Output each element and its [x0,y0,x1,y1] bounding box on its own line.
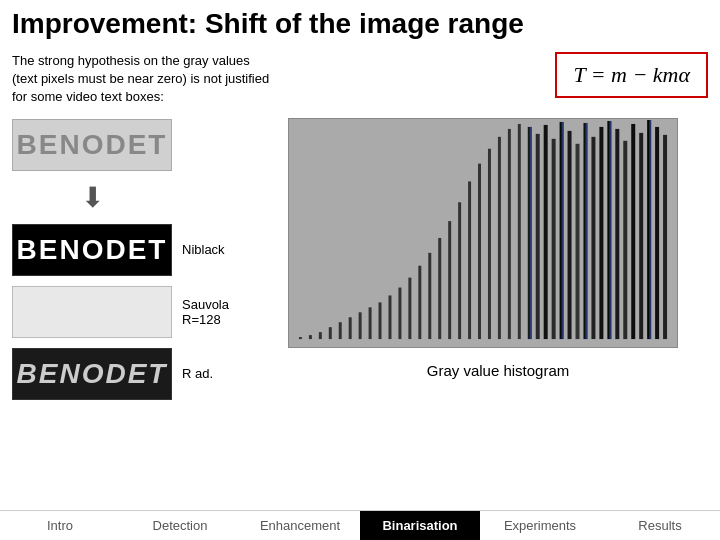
svg-rect-9 [379,302,382,339]
niblack-image: BENODET [12,224,172,276]
rad-label: R ad. [182,366,213,381]
nav-item-detection-label: Detection [153,518,208,533]
formula-text: T = m − kmα [573,62,690,87]
histogram-chart [289,119,677,347]
svg-rect-37 [631,124,635,339]
left-column: The strong hypothesis on the gray values… [12,52,272,404]
arrow-down-icon: ⬇ [12,177,172,218]
svg-rect-17 [458,202,461,339]
nav-item-intro[interactable]: Intro [0,511,120,540]
histogram-label: Gray value histogram [288,362,708,379]
bottom-nav: Intro Detection Enhancement Binarisation… [0,510,720,540]
nav-item-experiments-label: Experiments [504,518,576,533]
svg-rect-6 [349,317,352,339]
svg-rect-3 [319,332,322,339]
svg-rect-35 [615,129,619,339]
svg-rect-29 [568,131,572,339]
nav-item-intro-label: Intro [47,518,73,533]
svg-rect-41 [663,135,667,339]
svg-rect-16 [448,221,451,339]
original-image: BENODET [12,119,172,171]
nav-item-binarisation-label: Binarisation [382,518,457,533]
svg-rect-45 [609,121,611,339]
svg-rect-19 [478,164,481,339]
svg-rect-36 [623,141,627,339]
svg-rect-25 [536,134,540,339]
main-content: The strong hypothesis on the gray values… [0,44,720,412]
nav-item-results[interactable]: Results [600,511,720,540]
svg-rect-43 [562,122,564,339]
svg-rect-33 [599,127,603,339]
svg-rect-12 [408,278,411,339]
nav-item-detection[interactable]: Detection [120,511,240,540]
svg-rect-10 [388,295,391,339]
svg-rect-23 [518,124,521,339]
rad-image: BENODET [12,348,172,400]
niblack-label: Niblack [182,242,225,257]
histogram-container [288,118,678,348]
original-image-text: BENODET [17,129,168,161]
svg-rect-46 [649,120,651,339]
sauvola-image [12,286,172,338]
nav-item-results-label: Results [638,518,681,533]
description-text: The strong hypothesis on the gray values… [12,52,272,107]
niblack-row: BENODET Niblack [12,224,272,276]
svg-rect-13 [418,266,421,339]
nav-item-enhancement-label: Enhancement [260,518,340,533]
sauvola-row: SauvolaR=128 [12,286,272,338]
svg-rect-8 [369,307,372,339]
formula-box: T = m − kmα [555,52,708,98]
svg-rect-11 [398,288,401,340]
svg-rect-5 [339,322,342,339]
nav-item-binarisation[interactable]: Binarisation [360,511,480,540]
svg-rect-40 [655,127,659,339]
svg-rect-42 [530,127,532,339]
svg-rect-38 [639,133,643,339]
svg-rect-30 [576,144,580,339]
svg-rect-22 [508,129,511,339]
rad-image-text: BENODET [17,358,168,390]
svg-rect-26 [544,125,548,339]
svg-rect-1 [299,337,302,339]
page-title: Improvement: Shift of the image range [12,8,708,40]
right-column: T = m − kmα [288,52,708,404]
svg-rect-7 [359,312,362,339]
svg-rect-27 [552,139,556,339]
svg-rect-18 [468,181,471,339]
svg-rect-21 [498,137,501,339]
nav-item-experiments[interactable]: Experiments [480,511,600,540]
svg-rect-14 [428,253,431,339]
svg-rect-4 [329,327,332,339]
svg-rect-32 [591,137,595,339]
svg-rect-20 [488,149,491,339]
svg-rect-2 [309,335,312,339]
svg-rect-44 [585,123,587,339]
nav-item-enhancement[interactable]: Enhancement [240,511,360,540]
niblack-image-text: BENODET [17,234,168,266]
sauvola-label: SauvolaR=128 [182,297,229,327]
formula-row: T = m − kmα [288,52,708,106]
page-header: Improvement: Shift of the image range [0,0,720,44]
rad-row: BENODET R ad. [12,348,272,400]
svg-rect-15 [438,238,441,339]
